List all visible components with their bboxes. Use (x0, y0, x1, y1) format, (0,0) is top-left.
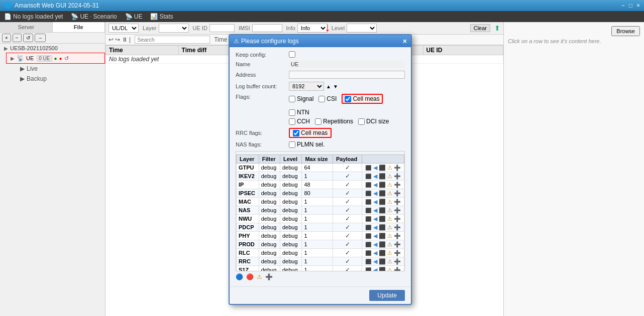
row-action-red[interactable]: ⬛ (379, 216, 386, 222)
bottom-blue-icon[interactable]: 🔵 (236, 273, 243, 280)
row-action-warn[interactable]: ⚠ (387, 267, 392, 272)
buffer-arrow-down[interactable]: ▼ (333, 84, 338, 89)
row-action-warn[interactable]: ⚠ (387, 182, 392, 188)
sidebar-item-backup[interactable]: ▶ Backup (16, 74, 105, 84)
row-red-dot[interactable]: ⬛ (365, 259, 371, 264)
ue-id-input[interactable] (209, 24, 235, 32)
row-action-add[interactable]: ➕ (394, 233, 401, 239)
row-red-dot[interactable]: ⬛ (365, 208, 371, 213)
row-red-dot[interactable]: ⬛ (365, 225, 371, 230)
ul-dl-select[interactable]: UL/DL (109, 24, 139, 33)
row-action-warn[interactable]: ⚠ (387, 173, 392, 179)
row-action-add[interactable]: ➕ (394, 216, 401, 222)
row-action-blue[interactable]: ◀ (373, 182, 377, 188)
sidebar-item-live[interactable]: ▶ Live (16, 64, 105, 74)
row-action-blue[interactable]: ◀ (373, 173, 377, 179)
row-action-blue[interactable]: ◀ (373, 241, 377, 247)
row-action-add[interactable]: ➕ (394, 165, 401, 171)
row-action-add[interactable]: ➕ (394, 250, 401, 256)
clear-button[interactable]: Clear (470, 24, 490, 32)
row-action-red[interactable]: ⬛ (379, 173, 386, 179)
buffer-arrow-up[interactable]: ▲ (326, 84, 331, 89)
row-action-blue[interactable]: ◀ (373, 233, 377, 239)
sidebar-item-ue[interactable]: ▶ 📡 UE 0 UE ● ● ↺ (6, 53, 105, 64)
maximize-icon[interactable]: □ (629, 2, 632, 9)
row-action-add[interactable]: ➕ (394, 182, 401, 188)
level-select[interactable] (347, 24, 377, 33)
row-action-red[interactable]: ⬛ (379, 199, 386, 205)
flag-signal-checkbox[interactable] (289, 96, 295, 102)
row-action-warn[interactable]: ⚠ (387, 207, 392, 213)
browse-button[interactable]: Browse (611, 26, 640, 36)
update-button[interactable]: Update (369, 290, 405, 301)
row-action-add[interactable]: ➕ (394, 190, 401, 196)
row-action-blue[interactable]: ◀ (373, 267, 377, 272)
row-red-dot[interactable]: ⬛ (365, 250, 371, 256)
back-icon[interactable]: ↩ (109, 36, 114, 43)
rrc-cell-meas-checkbox[interactable] (293, 130, 299, 136)
nas-plmn-checkbox[interactable] (289, 141, 295, 148)
row-action-red[interactable]: ⬛ (379, 165, 386, 171)
row-action-red[interactable]: ⬛ (379, 190, 386, 196)
sidebar-go-btn[interactable]: → (35, 34, 46, 42)
bottom-warning-icon[interactable]: ⚠ (257, 273, 262, 280)
sidebar-remove-btn[interactable]: − (13, 34, 22, 42)
row-action-warn[interactable]: ⚠ (387, 190, 392, 196)
row-action-warn[interactable]: ⚠ (387, 199, 392, 205)
row-action-add[interactable]: ➕ (394, 224, 401, 230)
address-input[interactable] (289, 71, 405, 79)
row-action-red[interactable]: ⬛ (379, 241, 386, 247)
row-action-warn[interactable]: ⚠ (387, 250, 392, 256)
nav-stats[interactable]: 📊 Stats (150, 13, 173, 20)
pause-icon[interactable]: ⏸ (122, 36, 128, 43)
row-red-dot[interactable]: ⬛ (365, 191, 371, 196)
row-red-dot[interactable]: ⬛ (365, 165, 371, 171)
row-action-add[interactable]: ➕ (394, 258, 401, 264)
nav-ue-scenario[interactable]: 📡 UE · Scenario (71, 13, 117, 20)
row-action-blue[interactable]: ◀ (373, 250, 377, 256)
row-action-warn[interactable]: ⚠ (387, 224, 392, 230)
row-action-warn[interactable]: ⚠ (387, 241, 392, 247)
row-action-blue[interactable]: ◀ (373, 216, 377, 222)
row-action-red[interactable]: ⬛ (379, 207, 386, 213)
tab-file[interactable]: File (53, 22, 105, 32)
row-action-warn[interactable]: ⚠ (387, 216, 392, 222)
row-action-red[interactable]: ⬛ (379, 267, 386, 272)
row-action-warn[interactable]: ⚠ (387, 258, 392, 264)
flag-repetitions-checkbox[interactable] (315, 118, 321, 125)
row-red-dot[interactable]: ⬛ (365, 233, 371, 239)
flag-ntn-checkbox[interactable] (289, 109, 295, 116)
bottom-add-icon[interactable]: ➕ (265, 273, 273, 280)
row-red-dot[interactable]: ⬛ (365, 174, 371, 179)
row-action-red[interactable]: ⬛ (379, 224, 386, 230)
row-action-add[interactable]: ➕ (394, 267, 401, 272)
row-action-add[interactable]: ➕ (394, 199, 401, 205)
sidebar-item-uesb[interactable]: ▶ UESB-2021102500 (0, 44, 105, 53)
minimize-icon[interactable]: − (621, 2, 625, 9)
row-action-blue[interactable]: ◀ (373, 224, 377, 230)
sidebar-refresh-btn[interactable]: ↺ (23, 34, 33, 42)
nav-ue[interactable]: 📡 UE (125, 13, 143, 20)
modal-close-button[interactable]: × (403, 37, 407, 45)
row-action-red[interactable]: ⬛ (379, 233, 386, 239)
row-red-dot[interactable]: ⬛ (365, 182, 371, 188)
up-arrow-icon[interactable]: ⬆ (494, 24, 500, 32)
log-buffer-select[interactable]: 8192 (289, 82, 324, 91)
layer-select[interactable] (159, 24, 189, 33)
keep-config-checkbox[interactable] (289, 51, 295, 58)
flag-dci-size-checkbox[interactable] (358, 118, 365, 125)
tab-server[interactable]: Server (0, 22, 53, 32)
row-action-warn[interactable]: ⚠ (387, 233, 392, 239)
row-red-dot[interactable]: ⬛ (365, 267, 371, 272)
flag-cch-checkbox[interactable] (289, 118, 295, 125)
row-action-red[interactable]: ⬛ (379, 182, 386, 188)
row-action-blue[interactable]: ◀ (373, 258, 377, 264)
search-input[interactable] (135, 36, 210, 44)
row-action-add[interactable]: ➕ (394, 241, 401, 247)
row-action-add[interactable]: ➕ (394, 173, 401, 179)
forward-icon[interactable]: ↪ (115, 36, 120, 43)
ue-refresh-icon[interactable]: ↺ (64, 55, 69, 62)
row-red-dot[interactable]: ⬛ (365, 216, 371, 222)
row-action-red[interactable]: ⬛ (379, 258, 386, 264)
sidebar-add-btn[interactable]: + (2, 34, 11, 42)
